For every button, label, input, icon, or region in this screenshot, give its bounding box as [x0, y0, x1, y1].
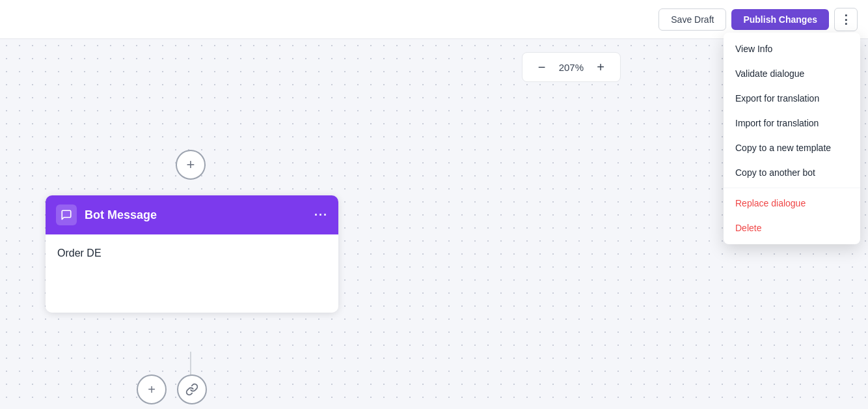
bottom-actions: + [137, 374, 207, 404]
more-options-button[interactable]: ⋮ [834, 8, 858, 31]
bot-card-more-button[interactable]: ··· [314, 208, 328, 222]
link-action-button[interactable] [177, 374, 207, 404]
dropdown-item-copy-to-another-bot[interactable]: Copy to another bot [724, 160, 860, 185]
dropdown-item-copy-to-a-new-template[interactable]: Copy to a new template [724, 135, 860, 160]
bot-card-title: Bot Message [85, 208, 306, 222]
bot-message-card: Bot Message ··· Order DE [46, 195, 338, 313]
connector-line [190, 352, 191, 375]
add-node-button[interactable]: + [176, 150, 206, 180]
dropdown-item-validate-dialogue[interactable]: Validate dialogue [724, 61, 860, 86]
dropdown-item-import-for-translation[interactable]: Import for translation [724, 111, 860, 135]
dropdown-menu: View InfoValidate dialogueExport for tra… [724, 33, 860, 244]
bot-icon [56, 204, 77, 225]
bot-card-body: Order DE [46, 234, 338, 313]
zoom-out-button[interactable]: − [533, 58, 551, 76]
bot-card-header: Bot Message ··· [46, 195, 338, 234]
add-action-button[interactable]: + [137, 374, 167, 404]
dropdown-item-export-for-translation[interactable]: Export for translation [724, 86, 860, 111]
dropdown-divider [724, 188, 860, 188]
publish-changes-button[interactable]: Publish Changes [731, 9, 829, 30]
bot-message-text: Order DE [57, 247, 102, 259]
zoom-in-button[interactable]: + [591, 58, 610, 76]
dropdown-item-view-info[interactable]: View Info [724, 36, 860, 61]
dropdown-item-delete[interactable]: Delete [724, 216, 860, 240]
zoom-value: 207% [559, 62, 584, 73]
save-draft-button[interactable]: Save Draft [658, 8, 726, 31]
canvas: Save Draft Publish Changes ⋮ − 207% + + … [0, 0, 868, 409]
zoom-controls: − 207% + [522, 52, 621, 82]
dropdown-item-replace-dialogue[interactable]: Replace dialogue [724, 191, 860, 216]
